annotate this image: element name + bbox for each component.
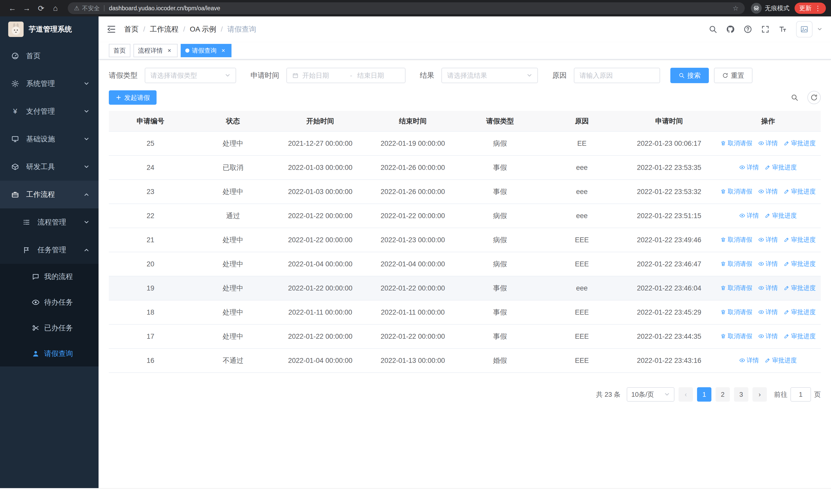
approval-progress-link[interactable]: 审批进度 bbox=[784, 260, 815, 268]
detail-link[interactable]: 详情 bbox=[758, 332, 778, 340]
approval-progress-link[interactable]: 审批进度 bbox=[784, 139, 815, 147]
cancel-leave-link[interactable]: 取消请假 bbox=[720, 332, 752, 340]
cancel-leave-link[interactable]: 取消请假 bbox=[720, 284, 752, 292]
tab-home[interactable]: 首页 bbox=[109, 44, 131, 57]
search-button[interactable]: 搜索 bbox=[670, 68, 709, 83]
detail-link[interactable]: 详情 bbox=[739, 356, 759, 364]
tab-process-detail[interactable]: 流程详情 × bbox=[134, 44, 178, 57]
approval-progress-link[interactable]: 审批进度 bbox=[765, 356, 797, 364]
apply-time-range-picker[interactable]: 开始日期 - 结束日期 bbox=[286, 68, 405, 83]
help-icon[interactable] bbox=[741, 22, 755, 36]
page-button-2[interactable]: 2 bbox=[716, 387, 730, 402]
sidebar-item-my-process[interactable]: 我的流程 bbox=[0, 264, 98, 290]
page-button-3[interactable]: 3 bbox=[734, 387, 748, 402]
breadcrumb-oa-example[interactable]: OA 示例 bbox=[190, 24, 216, 34]
detail-link[interactable]: 详情 bbox=[739, 211, 759, 220]
sidebar-item-done-task[interactable]: 已办任务 bbox=[0, 315, 98, 341]
breadcrumb-workflow[interactable]: 工作流程 bbox=[150, 24, 179, 34]
end-date-placeholder: 结束日期 bbox=[357, 71, 400, 80]
cancel-leave-link[interactable]: 取消请假 bbox=[720, 139, 752, 147]
result-select[interactable]: 请选择流结果 bbox=[441, 68, 538, 83]
sidebar-item-home[interactable]: 首页 bbox=[0, 42, 98, 70]
font-size-icon[interactable] bbox=[776, 22, 790, 36]
sidebar-item-label: 已办任务 bbox=[44, 323, 73, 333]
table-row: 20 处理中 2022-01-04 00:00:00 2022-01-04 00… bbox=[109, 252, 821, 276]
approval-progress-link[interactable]: 审批进度 bbox=[784, 236, 815, 244]
sidebar-item-system[interactable]: 系统管理 bbox=[0, 70, 98, 97]
hamburger-icon[interactable] bbox=[98, 24, 124, 34]
approval-progress-link[interactable]: 审批进度 bbox=[765, 211, 797, 220]
column-header-status: 状态 bbox=[192, 111, 274, 131]
refresh-table-icon[interactable] bbox=[807, 91, 821, 104]
search-toggle-icon[interactable] bbox=[788, 91, 801, 104]
leave-type-select[interactable]: 请选择请假类型 bbox=[145, 68, 236, 83]
search-button-label: 搜索 bbox=[687, 71, 700, 80]
create-leave-button[interactable]: 发起请假 bbox=[109, 90, 156, 105]
tab-leave-query[interactable]: 请假查询 × bbox=[181, 44, 231, 57]
reload-button[interactable]: ⟳ bbox=[34, 1, 48, 16]
detail-link[interactable]: 详情 bbox=[758, 187, 778, 196]
table-row: 24 已取消 2022-01-03 00:00:00 2022-01-26 00… bbox=[109, 155, 821, 180]
detail-link[interactable]: 详情 bbox=[739, 163, 759, 171]
eye-icon bbox=[758, 285, 764, 291]
cancel-leave-link[interactable]: 取消请假 bbox=[720, 236, 752, 244]
address-bar[interactable]: ⚠ 不安全 dashboard.yudao.iocoder.cn/bpm/oa/… bbox=[68, 2, 745, 14]
detail-link[interactable]: 详情 bbox=[758, 308, 778, 316]
page-size-select[interactable]: 10条/页 bbox=[627, 387, 675, 402]
goto-page-input[interactable] bbox=[791, 387, 811, 402]
sidebar-menu: 首页 系统管理 ¥ 支付管理 基础设施 研发工具 bbox=[0, 42, 98, 366]
sidebar-item-label: 任务管理 bbox=[37, 245, 66, 255]
reset-button[interactable]: 重置 bbox=[714, 68, 752, 83]
github-icon[interactable] bbox=[723, 22, 738, 36]
back-button[interactable]: ← bbox=[5, 1, 20, 16]
next-page-button[interactable]: › bbox=[752, 387, 767, 402]
sidebar-item-devtools[interactable]: 研发工具 bbox=[0, 153, 98, 181]
sidebar-item-payment[interactable]: ¥ 支付管理 bbox=[0, 97, 98, 125]
forward-button[interactable]: → bbox=[20, 1, 34, 16]
menu-kebab-icon[interactable]: ⋮ bbox=[814, 4, 821, 12]
sidebar-item-todo-task[interactable]: 待办任务 bbox=[0, 290, 98, 315]
approval-progress-link[interactable]: 审批进度 bbox=[784, 284, 815, 292]
sidebar-item-workflow[interactable]: 工作流程 bbox=[0, 181, 98, 208]
breadcrumb-home[interactable]: 首页 bbox=[124, 24, 139, 34]
cancel-leave-link[interactable]: 取消请假 bbox=[720, 308, 752, 316]
detail-link[interactable]: 详情 bbox=[758, 139, 778, 147]
page-button-1[interactable]: 1 bbox=[697, 387, 711, 402]
close-icon[interactable]: × bbox=[166, 47, 173, 54]
home-button[interactable]: ⌂ bbox=[48, 1, 63, 16]
bookmark-star-icon[interactable]: ☆ bbox=[733, 4, 739, 12]
prev-page-button[interactable]: ‹ bbox=[679, 387, 693, 402]
cancel-leave-link[interactable]: 取消请假 bbox=[720, 187, 752, 196]
table-row: 19 处理中 2022-01-22 00:00:00 2022-01-22 00… bbox=[109, 276, 821, 300]
approval-progress-link[interactable]: 审批进度 bbox=[784, 308, 815, 316]
detail-link[interactable]: 详情 bbox=[758, 284, 778, 292]
cell-apply-no: 24 bbox=[109, 155, 192, 180]
approval-progress-link[interactable]: 审批进度 bbox=[784, 332, 815, 340]
sidebar-item-infra[interactable]: 基础设施 bbox=[0, 125, 98, 153]
update-label: 更新 bbox=[799, 4, 811, 12]
detail-link[interactable]: 详情 bbox=[758, 236, 778, 244]
sidebar-item-leave-query[interactable]: 请假查询 bbox=[0, 341, 98, 366]
incognito-badge[interactable]: 无痕模式 bbox=[751, 3, 790, 13]
approval-progress-link[interactable]: 审批进度 bbox=[784, 187, 815, 196]
logo-image bbox=[8, 22, 24, 37]
sidebar-item-process-mgmt[interactable]: 流程管理 bbox=[0, 208, 98, 236]
update-button[interactable]: 更新 ⋮ bbox=[795, 3, 826, 14]
detail-link[interactable]: 详情 bbox=[758, 260, 778, 268]
cell-apply-time: 2022-01-23 00:06:17 bbox=[623, 131, 716, 155]
yen-icon: ¥ bbox=[11, 107, 19, 116]
search-icon[interactable] bbox=[706, 22, 720, 36]
sidebar-item-label: 待办任务 bbox=[44, 297, 73, 307]
sidebar-item-task-mgmt[interactable]: 任务管理 bbox=[0, 236, 98, 264]
app-logo[interactable]: 芋道管理系统 bbox=[0, 17, 98, 42]
cell-reason: eee bbox=[541, 155, 623, 180]
close-icon[interactable]: × bbox=[220, 47, 227, 54]
avatar[interactable] bbox=[796, 21, 812, 37]
select-placeholder: 请选择流结果 bbox=[447, 71, 523, 80]
reason-input[interactable] bbox=[574, 68, 660, 83]
fullscreen-icon[interactable] bbox=[758, 22, 773, 36]
cancel-leave-link[interactable]: 取消请假 bbox=[720, 260, 752, 268]
refresh-icon bbox=[722, 72, 728, 79]
approval-progress-link[interactable]: 审批进度 bbox=[765, 163, 797, 171]
caret-down-icon[interactable] bbox=[815, 25, 824, 33]
